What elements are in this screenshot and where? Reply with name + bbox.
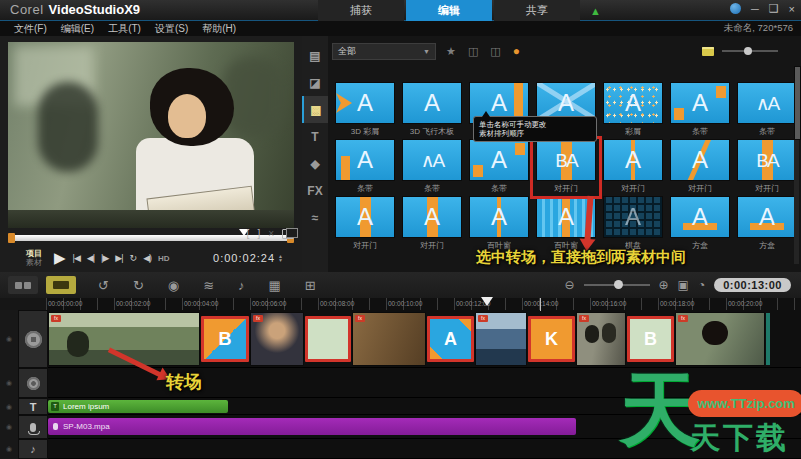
transition-item[interactable]: A方盒 [734,196,800,253]
sound-mixer-icon[interactable]: ≋ [203,278,214,293]
subtitle-editor-icon[interactable]: ▦ [269,278,281,293]
transition-item[interactable]: A条带 [332,139,398,196]
fit-project-icon[interactable]: ▣ [678,278,689,292]
trim-start-handle[interactable] [8,233,15,243]
mark-in-icon[interactable]: [ [247,228,250,239]
menu-编[interactable]: 编辑(E) [61,23,94,34]
video-clip[interactable]: fx [675,312,765,366]
menu-设[interactable]: 设置(S) [155,23,188,34]
transition-thumbnail[interactable]: A [469,196,529,238]
auto-music-icon[interactable]: ♪ [238,278,245,293]
transition-item[interactable]: BA对开门 [734,139,800,196]
transition-thumbnail[interactable]: A [469,139,529,181]
video-clip[interactable]: fx [576,312,626,366]
instant-project-icon[interactable]: ◪ [302,69,328,96]
transition-item[interactable]: A3D 飞行木板 [399,82,465,139]
tab-编辑[interactable]: 编辑 [406,0,492,21]
track-toggle-icon[interactable]: ◉ [0,439,18,459]
voice-track-header[interactable] [18,415,48,439]
transition-item[interactable]: A方盒 [667,196,733,253]
filter-icon[interactable]: FX [302,177,328,204]
transition-item[interactable]: A百叶窗 [466,196,532,253]
transition-thumbnail[interactable]: A [670,139,730,181]
transition-item[interactable]: A彩屑 [600,82,666,139]
close-button[interactable]: × [789,3,795,15]
timeline-zoom-slider[interactable] [584,284,650,286]
show-options-panel-icon[interactable]: ◫ [490,45,500,58]
library-scrollbar[interactable] [794,66,799,264]
redo-icon[interactable]: ↻ [133,278,144,293]
transition-thumbnail[interactable]: ∧A [737,82,797,124]
transition-item[interactable]: A条带 [667,82,733,139]
transition-thumbnail[interactable]: ∧A [402,139,462,181]
media-icon[interactable]: ▤ [302,42,328,69]
volume-button[interactable]: ◀) [143,253,151,263]
tab-捕获[interactable]: 捕获 [318,0,404,21]
transition-thumbnail[interactable]: A [335,196,395,238]
maximize-button[interactable]: ❑ [769,2,779,15]
video-track-header[interactable] [18,310,48,368]
prev-frame-button[interactable]: ◀| [87,253,94,263]
play-button[interactable]: ▶ [54,249,66,267]
project-duration-icon[interactable]: ◔ [698,278,705,292]
next-frame-button[interactable]: |▶ [101,253,108,263]
home-button[interactable]: |◀ [73,253,80,263]
delete-icon[interactable]: × [268,228,274,239]
transition-item[interactable]: A条带 [466,139,532,196]
voice-clip[interactable]: SP-M03.mpa [48,418,576,435]
transition-item[interactable]: ∧A条带 [734,82,800,139]
zoom-slider-knob[interactable] [614,280,623,289]
track-toggle-icon[interactable]: ◉ [0,398,18,415]
transition-icon[interactable]: ▩ [302,96,328,123]
video-track-lane[interactable]: fxBfxfxAfxKfxBfx [48,310,801,368]
transition-clip[interactable]: K [528,316,575,362]
zoom-out-icon[interactable]: ⊖ [564,278,574,292]
track-toggle-icon[interactable]: ◉ [0,368,18,398]
gallery-dropdown[interactable]: 全部 ▼ [332,43,436,60]
repeat-button[interactable]: ↻ [130,253,137,263]
timeline-playhead[interactable] [481,297,493,306]
add-to-favorites-icon[interactable]: ★ [446,45,456,58]
record-options-icon[interactable]: ● [513,44,520,58]
zoom-in-icon[interactable]: ⊕ [659,278,669,292]
menu-帮[interactable]: 帮助(H) [202,23,236,34]
undo-icon[interactable]: ↺ [98,278,109,293]
transition-item[interactable]: BA对开门 [533,139,599,196]
transition-thumbnail[interactable]: A [402,196,462,238]
title-icon[interactable]: T [302,123,328,150]
mark-out-icon[interactable]: ] [257,228,260,239]
show-library-panel-icon[interactable]: ◫ [468,45,478,58]
path-icon[interactable]: ≈ [302,204,328,231]
transition-thumbnail[interactable]: BA [536,139,596,181]
title-clip[interactable]: TLorem ipsum [48,400,228,413]
menu-文[interactable]: 文件(F) [14,23,47,34]
slider-knob[interactable] [744,47,752,55]
transition-item[interactable]: ∧A条带 [399,139,465,196]
scrollbar-thumb[interactable] [794,66,801,140]
help-icon[interactable] [730,3,741,14]
transition-thumbnail[interactable]: A [335,82,395,124]
transition-thumbnail[interactable]: A [737,196,797,238]
clip-toggle[interactable]: 素材 [26,258,42,267]
transition-thumbnail[interactable]: A [603,82,663,124]
transition-item[interactable]: A棋盘 [600,196,666,253]
preview-video[interactable] [8,42,294,228]
track-toggle-icon[interactable]: ◉ [0,310,18,368]
transition-clip[interactable] [305,316,351,362]
transition-item[interactable]: A对开门 [667,139,733,196]
transition-item[interactable]: A对开门 [399,196,465,253]
transition-item[interactable]: A对开门 [332,196,398,253]
transition-item[interactable]: A对开门 [600,139,666,196]
transition-thumbnail[interactable]: A [603,139,663,181]
timeline-view-button[interactable] [46,276,76,294]
video-clip[interactable]: fx [352,312,426,366]
end-button[interactable]: ▶| [115,253,122,263]
storyboard-view-button[interactable] [8,276,38,294]
overlay-track-header[interactable] [18,368,48,398]
tab-共享[interactable]: 共享 [494,0,580,21]
transition-thumbnail[interactable]: A [670,82,730,124]
transition-thumbnail[interactable]: BA [737,139,797,181]
menu-工[interactable]: 工具(T) [108,23,141,34]
transition-thumbnail[interactable]: A [335,139,395,181]
project-clip-toggle[interactable]: 项目 素材 [26,249,42,267]
